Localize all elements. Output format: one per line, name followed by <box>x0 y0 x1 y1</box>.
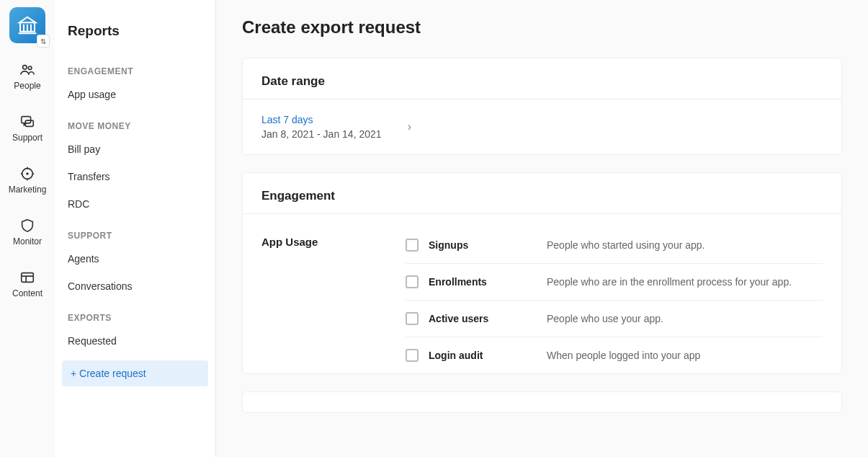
rail-label: People <box>14 81 40 91</box>
sidebar-title: Reports <box>55 14 215 53</box>
rail-marketing[interactable]: Marketing <box>0 161 55 199</box>
bank-icon <box>17 14 38 36</box>
row-name: Login audit <box>429 350 537 361</box>
reports-sidebar: Reports ENGAGEMENT App usage MOVE MONEY … <box>55 0 216 457</box>
rail-label: Support <box>12 133 42 143</box>
engagement-row-active-users: Active users People who use your app. <box>406 301 823 337</box>
sync-badge-icon: ⇅ <box>37 35 50 48</box>
svg-rect-6 <box>22 273 34 283</box>
checkbox-enrollments[interactable] <box>406 275 419 288</box>
engagement-row-enrollments: Enrollments People who are in the enroll… <box>406 264 823 301</box>
page-title: Create export request <box>242 17 842 37</box>
row-desc: When people logged into your app <box>547 350 700 361</box>
create-request-button[interactable]: + Create request <box>62 360 208 386</box>
rail-people[interactable]: People <box>0 58 55 95</box>
sidebar-link-requested[interactable]: Requested <box>55 327 215 355</box>
rail-monitor[interactable]: Monitor <box>0 213 55 251</box>
row-name: Enrollments <box>429 276 537 288</box>
main-content: Create export request Date range Last 7 … <box>216 0 868 457</box>
checkbox-active-users[interactable] <box>406 312 419 325</box>
icon-rail: ⇅ People Support Marketing Monitor Conte… <box>0 0 55 457</box>
svg-point-5 <box>27 173 28 174</box>
row-desc: People who started using your app. <box>547 239 704 251</box>
row-name: Active users <box>429 313 537 324</box>
next-card-peek <box>242 391 842 413</box>
sidebar-link-billpay[interactable]: Bill pay <box>55 136 215 163</box>
row-desc: People who use your app. <box>547 313 663 324</box>
engagement-sublabel: App Usage <box>261 227 406 373</box>
svg-rect-2 <box>22 117 31 123</box>
svg-point-1 <box>28 66 32 70</box>
sidebar-link-transfers[interactable]: Transfers <box>55 163 215 190</box>
engagement-row-login-audit: Login audit When people logged into your… <box>406 337 823 373</box>
sidebar-link-agents[interactable]: Agents <box>55 245 215 272</box>
engagement-row-signups: Signups People who started using your ap… <box>406 227 823 264</box>
engagement-card: Engagement App Usage Signups People who … <box>242 172 842 374</box>
sidebar-link-rdc[interactable]: RDC <box>55 190 215 218</box>
sidebar-section-engagement: ENGAGEMENT <box>55 53 215 81</box>
row-name: Signups <box>429 239 537 251</box>
app-logo[interactable]: ⇅ <box>9 7 45 43</box>
people-icon <box>19 62 35 78</box>
sidebar-link-app-usage[interactable]: App usage <box>55 81 215 108</box>
date-preset: Last 7 days <box>261 114 382 125</box>
rail-label: Marketing <box>9 185 47 195</box>
layout-icon <box>19 270 35 285</box>
date-range-header: Date range <box>243 58 841 99</box>
svg-point-0 <box>23 66 27 70</box>
engagement-header: Engagement <box>243 173 841 214</box>
sidebar-section-movemoney: MOVE MONEY <box>55 108 215 136</box>
date-range-text: Jan 8, 2021 - Jan 14, 2021 <box>261 128 382 140</box>
sidebar-section-exports: EXPORTS <box>55 300 215 327</box>
checkbox-login-audit[interactable] <box>406 349 419 362</box>
rail-content[interactable]: Content <box>0 265 55 303</box>
rail-support[interactable]: Support <box>0 110 55 147</box>
rail-label: Monitor <box>13 236 42 247</box>
row-desc: People who are in the enrollment process… <box>547 276 792 288</box>
date-range-card: Date range Last 7 days Jan 8, 2021 - Jan… <box>242 58 842 155</box>
shield-icon <box>19 218 35 234</box>
rail-label: Content <box>12 288 42 298</box>
sidebar-link-conversations[interactable]: Conversations <box>55 272 215 300</box>
chat-icon <box>19 114 35 130</box>
sidebar-section-support: SUPPORT <box>55 218 215 245</box>
checkbox-signups[interactable] <box>406 239 419 252</box>
target-icon <box>19 166 35 182</box>
chevron-right-icon: › <box>408 120 411 133</box>
date-range-selector[interactable]: Last 7 days Jan 8, 2021 - Jan 14, 2021 › <box>243 99 430 154</box>
engagement-list: Signups People who started using your ap… <box>406 227 823 373</box>
